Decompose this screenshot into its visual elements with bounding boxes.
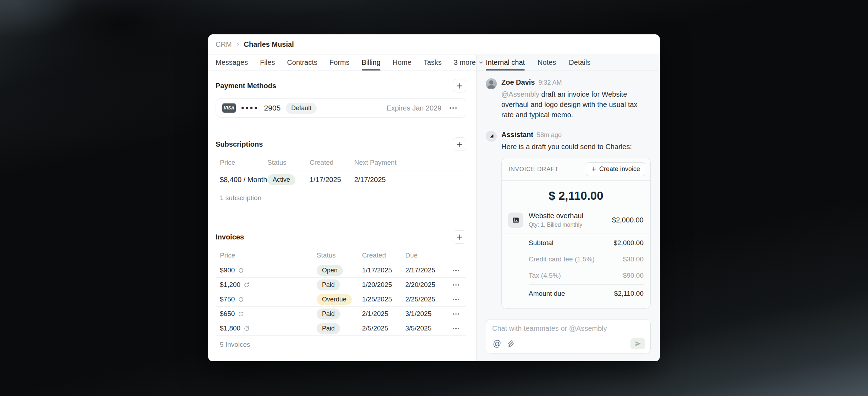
crm-window: CRM Charles Musial Messages Files Contra… — [208, 34, 660, 361]
invoice-menu-button[interactable] — [450, 296, 462, 303]
payment-method-row[interactable]: VISA •••• 2905 Default Expires Jan 2029 — [216, 98, 466, 118]
invoice-due: 2/25/2025 — [405, 295, 448, 303]
ellipsis-icon — [449, 107, 457, 109]
invoice-due: 2/20/2025 — [405, 281, 448, 289]
send-icon — [635, 340, 641, 347]
mention-button[interactable]: @ — [492, 339, 502, 349]
collaboration-tabs: Internal chat Notes Details — [477, 55, 660, 70]
plus-icon — [456, 83, 463, 89]
tab-more[interactable]: 3 more — [454, 55, 484, 70]
tab-notes[interactable]: Notes — [538, 55, 556, 70]
create-invoice-button[interactable]: Create invoice — [586, 162, 645, 176]
message-author: Zoe Davis — [501, 78, 535, 86]
window-header: CRM Charles Musial — [208, 34, 660, 55]
status-badge: Paid — [317, 323, 340, 334]
invoice-due: 2/17/2025 — [405, 266, 448, 274]
invoice-summary: Subtotal $2,000.00 Credit card fee (1.5%… — [502, 233, 650, 308]
recurring-icon — [238, 267, 244, 273]
tab-internal-chat[interactable]: Internal chat — [486, 55, 525, 70]
invoices-title: Invoices — [216, 233, 244, 241]
subscription-created: 1/17/2025 — [310, 176, 354, 184]
subscriptions-title: Subscriptions — [216, 140, 263, 148]
tab-files[interactable]: Files — [260, 55, 275, 70]
tab-more-label: 3 more — [454, 58, 476, 67]
payment-method-menu-button[interactable] — [447, 104, 460, 112]
at-mention-icon: @ — [493, 340, 501, 348]
paperclip-icon — [507, 340, 514, 347]
invoices-section: Invoices Price Status Created Due — [216, 230, 466, 353]
invoice-due: 3/1/2025 — [405, 310, 448, 318]
chat-message-list: Zoe Davis 9:32 AM @Assembly draft an inv… — [477, 70, 660, 319]
visa-logo-icon: VISA — [222, 103, 236, 113]
image-icon — [508, 213, 523, 228]
tab-contracts[interactable]: Contracts — [287, 55, 317, 70]
invoice-menu-button[interactable] — [450, 267, 462, 274]
avatar — [486, 78, 497, 89]
tab-details[interactable]: Details — [569, 55, 590, 70]
ellipsis-icon — [452, 284, 460, 286]
billing-pane: Messages Files Contracts Forms Billing H… — [208, 55, 476, 361]
chat-input[interactable] — [492, 324, 645, 333]
status-badge: Active — [267, 174, 295, 185]
message-time: 58m ago — [537, 131, 562, 139]
col-next-payment: Next Payment — [354, 159, 462, 166]
tab-messages[interactable]: Messages — [216, 55, 248, 70]
invoice-created: 1/17/2025 — [362, 266, 405, 274]
invoice-row[interactable]: $750 Overdue 1/25/2025 2/25/2025 — [216, 292, 466, 307]
subscription-price: $8,400 / Month — [220, 176, 267, 184]
window-body: Messages Files Contracts Forms Billing H… — [208, 55, 660, 361]
summary-row-amount-due: Amount due $2,110.00 — [529, 284, 644, 302]
status-badge: Overdue — [317, 294, 352, 305]
tab-home[interactable]: Home — [393, 55, 411, 70]
send-button[interactable] — [630, 338, 645, 349]
invoice-menu-button[interactable] — [450, 311, 462, 317]
ellipsis-icon — [452, 313, 460, 315]
invoice-price: $1,800 — [220, 324, 240, 332]
invoice-row[interactable]: $1,800 Paid 2/5/2025 3/5/2025 — [216, 321, 466, 336]
invoice-row[interactable]: $1,200 Paid 1/20/2025 2/20/2025 — [216, 278, 466, 292]
invoice-total: $ 2,110.00 — [502, 181, 650, 206]
line-item-amount: $2,000.00 — [612, 216, 644, 224]
invoice-created: 2/1/2025 — [362, 310, 405, 318]
invoice-menu-button[interactable] — [450, 282, 462, 288]
payment-methods-section: Payment Methods VISA •••• 2905 Default E… — [216, 79, 466, 118]
invoice-created: 2/5/2025 — [362, 324, 405, 332]
person-icon — [486, 78, 497, 89]
breadcrumb-root[interactable]: CRM — [216, 40, 232, 49]
summary-row-subtotal: Subtotal $2,000.00 — [529, 235, 644, 251]
summary-row-fee: Credit card fee (1.5%) $30.00 — [529, 251, 644, 267]
invoice-draft-label: INVOICE DRAFT — [508, 166, 559, 173]
tab-tasks[interactable]: Tasks — [423, 55, 441, 70]
mention-chip[interactable]: @Assembly — [501, 90, 539, 98]
collaboration-pane: Internal chat Notes Details Zoe Davis 9:… — [476, 55, 660, 361]
col-created: Created — [362, 251, 405, 259]
invoice-menu-button[interactable] — [450, 325, 462, 332]
invoice-created: 1/25/2025 — [362, 295, 405, 303]
subscriptions-count: 1 subscription — [216, 189, 466, 207]
add-payment-method-button[interactable] — [453, 79, 466, 92]
subscription-row[interactable]: $8,400 / Month Active 1/17/2025 2/17/202… — [216, 170, 466, 189]
default-badge: Default — [286, 103, 317, 114]
invoice-created: 1/20/2025 — [362, 281, 405, 289]
avatar — [486, 131, 497, 142]
tab-forms[interactable]: Forms — [329, 55, 350, 70]
add-subscription-button[interactable] — [453, 137, 466, 151]
message-time: 9:32 AM — [538, 79, 562, 86]
message-text: Here is a draft you could send to Charle… — [501, 142, 651, 152]
invoices-table-header: Price Status Created Due — [216, 248, 466, 263]
tab-billing[interactable]: Billing — [362, 55, 380, 70]
invoice-price: $1,200 — [220, 281, 240, 289]
status-badge: Open — [317, 265, 343, 276]
card-expiry: Expires Jan 2029 — [386, 104, 441, 112]
invoice-row[interactable]: $900 Open 1/17/2025 2/17/2025 — [216, 263, 466, 278]
invoice-price: $900 — [220, 266, 235, 274]
ellipsis-icon — [452, 298, 460, 301]
attach-button[interactable] — [507, 340, 515, 348]
recurring-icon — [238, 296, 244, 302]
chat-message: Zoe Davis 9:32 AM @Assembly draft an inv… — [486, 78, 651, 120]
subscriptions-section: Subscriptions Price Status Created Next … — [216, 137, 466, 207]
invoice-row[interactable]: $650 Paid 2/1/2025 3/1/2025 — [216, 307, 466, 321]
chevron-down-icon — [478, 60, 484, 65]
col-created: Created — [310, 159, 354, 166]
add-invoice-button[interactable] — [453, 230, 466, 244]
